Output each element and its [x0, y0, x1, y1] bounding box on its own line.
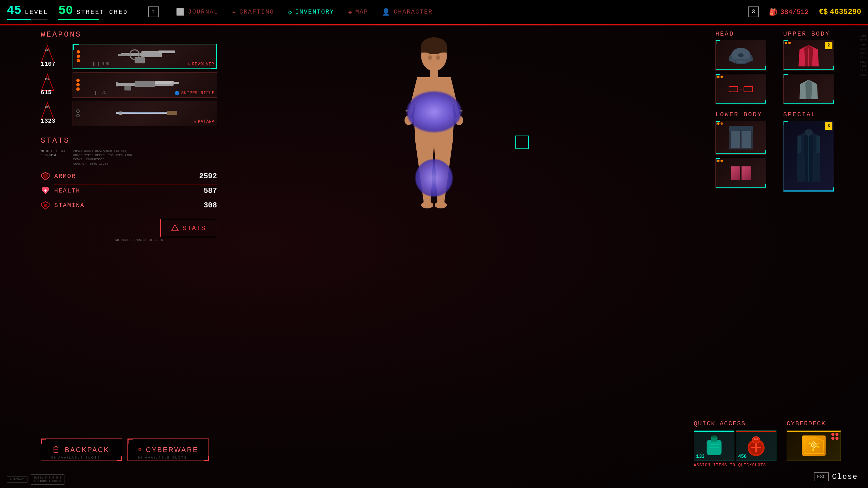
svg-rect-63 [816, 136, 820, 153]
svg-point-76 [756, 438, 758, 440]
stats-button[interactable]: STATS [160, 219, 217, 237]
glass-lens-right [744, 86, 753, 92]
boot-right [742, 166, 751, 180]
head-slot-glasses[interactable] [715, 74, 766, 104]
tab-inventory-label: INVENTORY [295, 8, 334, 15]
svg-text:DPS: DPS [45, 78, 50, 80]
head-accent-line [716, 69, 766, 70]
backpack-sub: 96 AVAILABLE SLOTS [51, 456, 100, 459]
tab-character[interactable]: 👤 CHARACTER [382, 8, 433, 16]
weapon-card-revolver[interactable]: ||| 499 ✎ REVOLVER [73, 44, 217, 69]
svg-point-84 [812, 449, 814, 451]
armor-label: ARMOR [54, 173, 190, 180]
cyberdeck-title: CYBERDECK [787, 420, 841, 427]
svg-marker-28 [172, 225, 178, 231]
left-panel: WEAPONS DPS 1107 [41, 30, 217, 242]
katana-svg [114, 105, 182, 122]
special-accent [784, 190, 834, 191]
nav-number-box[interactable]: 1 [148, 6, 159, 17]
stamina-label: STAMINA [54, 202, 190, 209]
model-line-label: MODEL LINE [41, 149, 66, 153]
weight-value: 384/512 [780, 8, 809, 16]
weapon-slot-revolver[interactable]: DPS 1107 [41, 43, 217, 69]
svg-point-42 [436, 55, 440, 60]
armor-icon [41, 171, 50, 181]
character-icon: 👤 [382, 8, 391, 16]
upper-slot-jacket[interactable]: 2 [783, 40, 834, 70]
health-slot-accent [736, 431, 776, 432]
stat-row-stamina: STAMINA 308 [41, 201, 217, 210]
lower-body-title: LOWER BODY [715, 111, 773, 118]
stats-info-text: 01001 0 0 0 0 01 01000 1 00100 [34, 476, 61, 483]
weapon-dots-3 [76, 109, 80, 117]
quick-access-block: QUICK ACCESS 133 [694, 420, 776, 468]
weapon-slot-sniper[interactable]: DPS 615 [41, 72, 217, 98]
boots-graphic [731, 166, 751, 180]
corner-tl-1 [73, 44, 79, 50]
svg-point-41 [428, 55, 432, 60]
weapon-dps-3: 1323 [41, 118, 55, 124]
cyberdeck-accent [787, 431, 841, 432]
esc-box[interactable]: ESC [814, 472, 829, 481]
weapon-card-sniper[interactable]: ||| 75 🔵 SNIPER RIFLE [73, 72, 217, 98]
boot-left [731, 166, 740, 180]
stats-info-box: 01001 0 0 0 0 01 01000 1 00100 [31, 474, 64, 485]
svg-rect-6 [118, 54, 128, 56]
stats-sub-text: NOTHING TO ASSIGN TO SLOTS [115, 239, 217, 242]
tab-inventory[interactable]: ◇ INVENTORY [288, 8, 334, 16]
backpack-icon [51, 445, 61, 454]
svg-rect-36 [430, 70, 438, 77]
character-display [366, 30, 502, 274]
lower-slot-boots[interactable] [715, 158, 766, 188]
armor-value: 2592 [190, 172, 217, 181]
bottom-right-section: QUICK ACCESS 133 [694, 420, 841, 468]
tab-journal[interactable]: ⬜ JOURNAL [176, 8, 218, 16]
character-nav-number: 3 [752, 9, 755, 15]
stats-section: STATS MODEL LINE 1.2001A PHASE WARD: BLA… [41, 137, 217, 242]
close-button[interactable]: ESC Close [814, 472, 858, 481]
quick-slot-grenade[interactable]: 133 [694, 430, 734, 461]
street-cred-label: STREET CRED [76, 9, 128, 16]
svg-rect-5 [135, 57, 145, 63]
special-slot[interactable]: 3 [783, 121, 834, 192]
svg-rect-62 [797, 136, 801, 153]
deco-numbers: 0101101111011010011010111110010101101011 [848, 34, 868, 77]
svg-marker-32 [139, 449, 141, 451]
stats-model-info: MODEL LINE 1.2001A PHASE WARD: BLACKARCH… [41, 149, 217, 166]
lower-slot-pants[interactable] [715, 121, 766, 155]
jacket-dots [785, 42, 791, 44]
backpack-button[interactable]: BACKPACK 96 AVAILABLE SLOTS [41, 439, 122, 461]
weapon-card-katana[interactable]: ✎ KATANA [73, 101, 217, 126]
svg-rect-11 [155, 81, 174, 84]
svg-point-83 [817, 446, 819, 448]
svg-point-74 [752, 436, 760, 443]
weapon-dots-2 [76, 79, 80, 91]
tab-map[interactable]: ◈ MAP [348, 8, 368, 16]
head-corner-tl [716, 40, 720, 44]
stats-right-info: PHASE WARD: BLACKARCH 443.464 PHASE TYPE… [73, 149, 132, 166]
quick-slot-health[interactable]: 456 [736, 430, 776, 461]
grenade-slot-value: 133 [696, 454, 705, 459]
stat-separator-2 [54, 199, 217, 199]
weapon-slot-katana[interactable]: DPS 1323 [41, 100, 217, 126]
character-nav-box[interactable]: 3 [748, 6, 759, 17]
character-body-svg [387, 30, 481, 268]
stat-row-health: HEALTH 587 [41, 186, 217, 196]
crafting-icon: ✦ [232, 8, 237, 16]
model-line-value: 1.2001A [41, 153, 66, 157]
svg-rect-57 [729, 126, 753, 131]
svg-rect-19 [167, 111, 177, 115]
tab-crafting[interactable]: ✦ CRAFTING [232, 8, 274, 16]
svg-rect-7 [158, 50, 175, 53]
svg-marker-0 [41, 46, 54, 62]
special-title: SPECIAL [783, 111, 841, 118]
weapon-dots-1 [77, 50, 80, 62]
head-slot-cap[interactable] [715, 40, 766, 70]
upper-slot-shirt[interactable] [783, 74, 834, 104]
stats-button-icon [171, 224, 179, 232]
street-cred-value: 50 [58, 4, 73, 18]
svg-point-75 [754, 438, 756, 440]
cyberware-button[interactable]: CYBERWARE 96 AVAILABLE SLOTS [127, 439, 209, 461]
cyberdeck-svg [803, 436, 825, 455]
cyberdeck-slot[interactable] [787, 430, 841, 461]
